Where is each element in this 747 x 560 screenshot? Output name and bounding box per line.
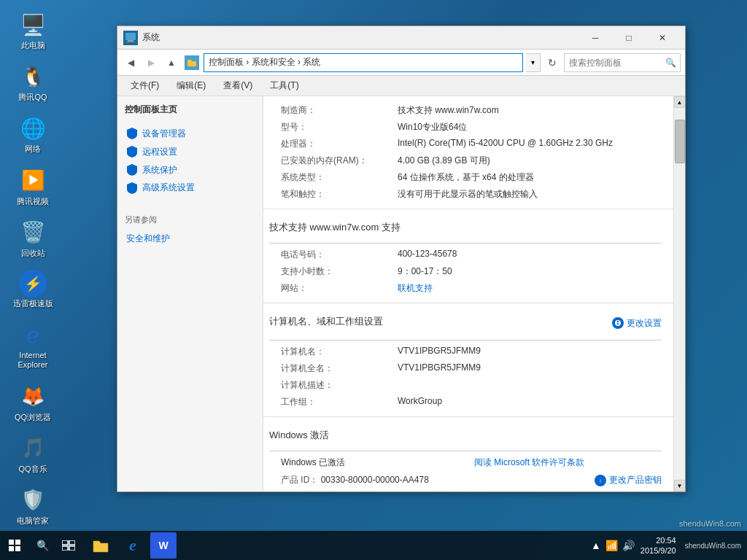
desktop: 🖥️ 此电脑 🐧 腾讯QQ 🌐 网络 ▶️ 腾讯视频 🗑️ 回收站 ⚡ 迅雷极速…: [0, 0, 747, 560]
hours-value: 9：00-17：50: [398, 265, 662, 278]
change-product-key-button[interactable]: i 更改产品密钥: [595, 474, 662, 486]
os-type-row: 系统类型： 64 位操作系统，基于 x64 的处理器: [281, 169, 662, 186]
refresh-button[interactable]: ↻: [543, 54, 561, 71]
computer-name-row: 计算机名： VTV1IPBGR5JFMM9: [281, 343, 662, 360]
change-settings-label: 更改设置: [627, 317, 662, 330]
watermark: shenduWin8.com: [679, 519, 741, 528]
forward-button[interactable]: ▶: [142, 54, 160, 71]
taskbar-tray: ▲ 📶 🔊 20:54 2015/9/20 shenduWin8.com: [585, 535, 747, 556]
website-label: 网站：: [281, 282, 398, 295]
menu-file[interactable]: 文件(F): [125, 77, 165, 95]
menu-tools[interactable]: 工具(T): [264, 77, 304, 95]
window-title-text: 系统: [142, 31, 578, 44]
scrollbar-thumb[interactable]: [675, 120, 685, 163]
processor-label: 处理器：: [281, 138, 398, 150]
product-id-label: 产品 ID：: [281, 475, 318, 485]
taskbar-app-ie[interactable]: e: [117, 531, 149, 560]
maximize-button[interactable]: □: [612, 26, 646, 50]
desktop-icon-this-pc[interactable]: 🖥️ 此电脑: [7, 7, 58, 53]
desktop-icon-tencent-video[interactable]: ▶️ 腾讯视频: [7, 163, 58, 209]
manufacturer-label: 制造商：: [281, 104, 398, 117]
sidebar-link-security-label: 安全和维护: [126, 233, 170, 245]
sidebar-link-advanced[interactable]: 高级系统设置: [125, 179, 255, 197]
desktop-icon-qq-browser[interactable]: 🦊 QQ浏览器: [7, 379, 58, 425]
svg-rect-10: [69, 540, 75, 545]
svg-rect-5: [9, 540, 14, 545]
sidebar-link-security[interactable]: 安全和维护: [125, 230, 255, 248]
network-label: 网络: [25, 144, 41, 154]
workgroup-row: 工作组： WorkGroup: [281, 394, 662, 411]
taskbar: 🔍 e W ▲ 📶 🔊: [0, 531, 747, 560]
minimize-button[interactable]: ─: [578, 26, 612, 50]
sidebar-link-advanced-label: 高级系统设置: [142, 182, 195, 194]
phone-label: 电话号码：: [281, 249, 398, 261]
menu-view[interactable]: 查看(V): [217, 77, 258, 95]
change-settings-icon: [612, 317, 624, 329]
tray-clock[interactable]: 20:54 2015/9/20: [638, 535, 679, 556]
network-icon: 🌐: [18, 114, 47, 143]
task-view-button[interactable]: [55, 531, 82, 560]
qq-music-label: QQ音乐: [18, 464, 47, 474]
sidebar-link-device-label: 设备管理器: [142, 128, 186, 140]
sidebar-title: 控制面板主页: [125, 104, 255, 116]
tray-icons: ▲ 📶 🔊: [591, 540, 635, 551]
qq-icon: 🐧: [18, 62, 47, 91]
recycle-bin-label: 回收站: [21, 249, 45, 258]
desktop-icon-diannaoguan[interactable]: 🛡️ 电脑管家: [7, 483, 58, 529]
desktop-icon-qq[interactable]: 🐧 腾讯QQ: [7, 59, 58, 105]
phone-row: 电话号码： 400-123-45678: [281, 246, 662, 263]
scrollbar-up[interactable]: ▲: [674, 96, 686, 108]
processor-value: Intel(R) Core(TM) i5-4200U CPU @ 1.60GHz…: [398, 138, 662, 148]
shield-icon-advanced: [126, 182, 138, 194]
start-button[interactable]: [0, 531, 29, 560]
folder-icon: [185, 55, 199, 70]
tray-up-arrow[interactable]: ▲: [591, 540, 601, 551]
desktop-icon-qq-music[interactable]: 🎵 QQ音乐: [7, 431, 58, 477]
address-dropdown[interactable]: ▾: [526, 53, 541, 72]
ram-label: 已安装的内存(RAM)：: [281, 155, 398, 167]
system-window: 系统 ─ □ ✕ ◀ ▶ ▲ 控制面板 › 系统和安全 › 系统 ▾ ↻ 🔍: [117, 26, 686, 492]
ram-value: 4.00 GB (3.89 GB 可用): [398, 155, 662, 167]
change-key-icon: i: [595, 475, 606, 486]
address-path-text: 控制面板 › 系统和安全 › 系统: [209, 56, 320, 69]
close-button[interactable]: ✕: [646, 26, 679, 50]
website-value[interactable]: 联机支持: [398, 282, 662, 295]
computer-name-value: VTV1IPBGR5JFMM9: [398, 346, 662, 356]
desktop-icon-network[interactable]: 🌐 网络: [7, 111, 58, 157]
hours-row: 支持小时数： 9：00-17：50: [281, 263, 662, 280]
computer-name-section: 计算机名、域和工作组设置 更改设置 计算机名： VTV1IPBGR5JFMM9: [263, 303, 673, 417]
scrollbar-down[interactable]: ▼: [674, 480, 686, 491]
window-titlebar: 系统 ─ □ ✕: [117, 26, 685, 50]
up-button[interactable]: ▲: [163, 54, 180, 71]
back-button[interactable]: ◀: [122, 54, 139, 71]
computer-fullname-row: 计算机全名： VTV1IPBGR5JFMM9: [281, 360, 662, 377]
sidebar-link-protection[interactable]: 系统保护: [125, 161, 255, 179]
desktop-icon-recycle-bin[interactable]: 🗑️ 回收站: [7, 215, 58, 261]
tech-support-title: 技术支持 www.win7w.com 支持: [269, 218, 662, 237]
svg-rect-1: [128, 40, 133, 42]
pen-touch-label: 笔和触控：: [281, 188, 398, 201]
svg-rect-9: [62, 540, 68, 545]
menu-edit[interactable]: 编辑(E): [171, 77, 212, 95]
search-input[interactable]: [564, 53, 681, 72]
desktop-icon-ie[interactable]: ℯ Internet Explorer: [7, 317, 58, 373]
taskbar-search-button[interactable]: 🔍: [29, 531, 55, 560]
tray-time-display: 20:54: [640, 535, 676, 545]
svg-rect-11: [62, 546, 68, 551]
diannaoguan-icon: 🛡️: [18, 486, 47, 515]
taskbar-app-explorer[interactable]: [85, 531, 117, 560]
tray-network-icon[interactable]: 📶: [605, 540, 618, 551]
main-content: 制造商： 技术支持 www.win7w.com 型号： Win10专业版64位 …: [263, 96, 673, 491]
license-link[interactable]: 阅读 Microsoft 软件许可条款: [474, 456, 662, 469]
tray-volume-icon[interactable]: 🔊: [622, 540, 635, 551]
activation-divider: [269, 451, 662, 451]
address-path[interactable]: 控制面板 › 系统和安全 › 系统: [204, 53, 523, 72]
also-see-section: 另请参阅 安全和维护: [125, 214, 255, 248]
desktop-icon-xunlei[interactable]: ⚡ 迅雷极速版: [7, 267, 58, 311]
change-settings-button[interactable]: 更改设置: [612, 317, 662, 330]
product-id-row: 产品 ID： 00330-80000-00000-AA478 i 更改产品密钥: [281, 474, 662, 486]
content-area: 控制面板主页 设备管理器 远程设置: [117, 96, 685, 491]
taskbar-app-word[interactable]: W: [150, 532, 177, 559]
sidebar-link-device-manager[interactable]: 设备管理器: [125, 125, 255, 143]
sidebar-link-remote[interactable]: 远程设置: [125, 143, 255, 161]
